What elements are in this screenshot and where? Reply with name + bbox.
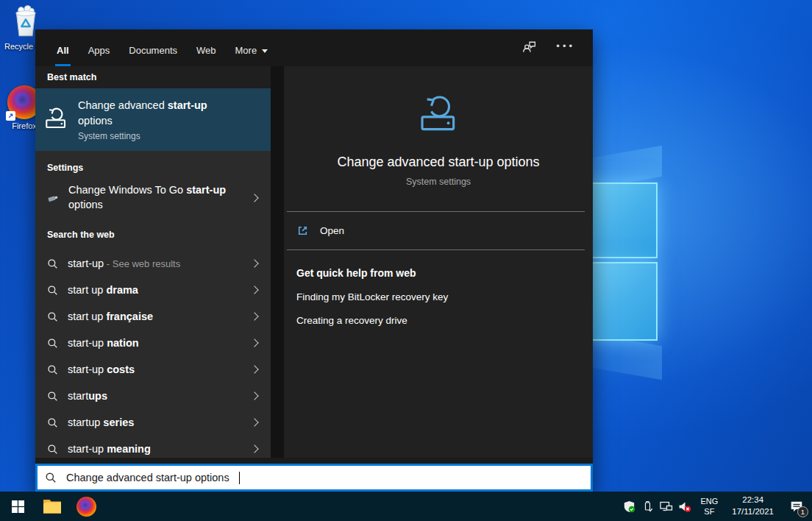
- open-button[interactable]: Open: [284, 212, 593, 249]
- web-suggestion[interactable]: start-up - See web results: [35, 250, 271, 277]
- preview-title: Change advanced start-up options: [284, 155, 593, 170]
- taskbar: ENG SF 22:34 17/11/2021 1: [0, 492, 812, 521]
- chevron-right-icon: [250, 286, 258, 294]
- web-suggestion[interactable]: start up drama: [35, 277, 271, 303]
- volume-muted-icon[interactable]: [675, 492, 694, 521]
- tab-all[interactable]: All: [47, 29, 79, 66]
- panel-divider: [271, 66, 284, 458]
- open-external-icon: [296, 224, 309, 237]
- language-indicator[interactable]: ENG SF: [694, 496, 724, 517]
- search-the-web-section-label: Search the web: [47, 230, 115, 240]
- help-section-header: Get quick help from web: [296, 267, 580, 279]
- taskbar-clock[interactable]: 22:34 17/11/2021: [724, 495, 781, 517]
- web-suggestions-list: start-up - See web results start up dram…: [35, 250, 271, 458]
- windows-security-icon[interactable]: [620, 492, 638, 521]
- chevron-right-icon: [250, 391, 258, 400]
- desktop: Recycle Bin Firefox All Apps Documents W…: [0, 0, 812, 521]
- search-input[interactable]: Change advanced start-up options: [35, 464, 593, 492]
- preview-panel: Change advanced start-up options System …: [284, 66, 593, 458]
- chevron-right-icon: [250, 418, 258, 426]
- chevron-right-icon: [250, 339, 258, 347]
- help-link-recovery-drive[interactable]: Creating a recovery drive: [296, 315, 580, 326]
- search-icon: [47, 258, 58, 269]
- web-suggestion[interactable]: start-up meaning: [35, 436, 271, 458]
- firefox-icon: [76, 497, 96, 517]
- web-suggestion[interactable]: startup series: [35, 409, 271, 436]
- web-suggestion[interactable]: startups: [35, 383, 271, 409]
- search-icon: [47, 285, 58, 296]
- search-icon: [47, 417, 58, 428]
- chevron-right-icon: [250, 194, 258, 202]
- best-match-subtitle: System settings: [78, 131, 238, 141]
- best-match-result[interactable]: Change advanced start-up options System …: [35, 88, 271, 151]
- action-center-button[interactable]: 1: [781, 492, 812, 521]
- search-icon: [45, 472, 57, 483]
- network-icon[interactable]: [657, 492, 675, 521]
- search-filter-bar: All Apps Documents Web More •••: [35, 29, 593, 66]
- chevron-right-icon: [250, 444, 258, 453]
- advanced-startup-icon: [43, 105, 69, 135]
- best-match-section-label: Best match: [47, 72, 96, 82]
- search-input-value: Change advanced start-up options: [66, 472, 229, 483]
- usb-safely-remove-icon[interactable]: [638, 492, 657, 521]
- date: 17/11/2021: [732, 506, 774, 518]
- tab-more[interactable]: More: [226, 29, 278, 66]
- time: 22:34: [732, 495, 774, 506]
- web-suggestion[interactable]: start up française: [35, 303, 271, 330]
- notification-count-badge: 1: [797, 506, 808, 517]
- web-suggestion[interactable]: start-up costs: [35, 356, 271, 383]
- feedback-icon[interactable]: [521, 39, 537, 57]
- tab-web[interactable]: Web: [187, 29, 226, 66]
- windows-to-go-icon: [47, 192, 59, 204]
- web-suggestion[interactable]: start-up nation: [35, 330, 271, 356]
- chevron-right-icon: [250, 259, 258, 267]
- tab-documents[interactable]: Documents: [119, 29, 187, 66]
- search-icon: [47, 311, 58, 322]
- chevron-down-icon: [262, 49, 268, 53]
- search-icon: [47, 391, 58, 402]
- text-caret: [239, 472, 240, 484]
- taskbar-file-explorer[interactable]: [35, 492, 69, 521]
- advanced-startup-icon-large: [284, 91, 593, 140]
- search-icon: [47, 338, 58, 349]
- file-explorer-icon: [43, 498, 62, 514]
- preview-subtitle: System settings: [284, 177, 593, 187]
- best-match-title: Change advanced start-up options: [78, 99, 207, 126]
- search-icon: [47, 364, 58, 375]
- shortcut-arrow-icon: [6, 111, 15, 121]
- windows-logo-icon: [12, 500, 24, 513]
- chevron-right-icon: [250, 312, 258, 320]
- start-button[interactable]: [0, 492, 35, 521]
- settings-section-label: Settings: [47, 163, 83, 173]
- tab-apps[interactable]: Apps: [79, 29, 120, 66]
- help-link-bitlocker[interactable]: Finding my BitLocker recovery key: [296, 291, 580, 302]
- search-results-panel: Best match Change ad: [35, 66, 271, 458]
- more-options-icon[interactable]: •••: [556, 40, 575, 56]
- search-flyout: All Apps Documents Web More •••: [35, 29, 593, 492]
- search-icon: [47, 444, 58, 455]
- spacer: [35, 458, 593, 464]
- settings-result-windows-to-go[interactable]: Change Windows To Go start-up options: [35, 177, 271, 219]
- taskbar-firefox[interactable]: [69, 492, 103, 521]
- chevron-right-icon: [250, 365, 258, 373]
